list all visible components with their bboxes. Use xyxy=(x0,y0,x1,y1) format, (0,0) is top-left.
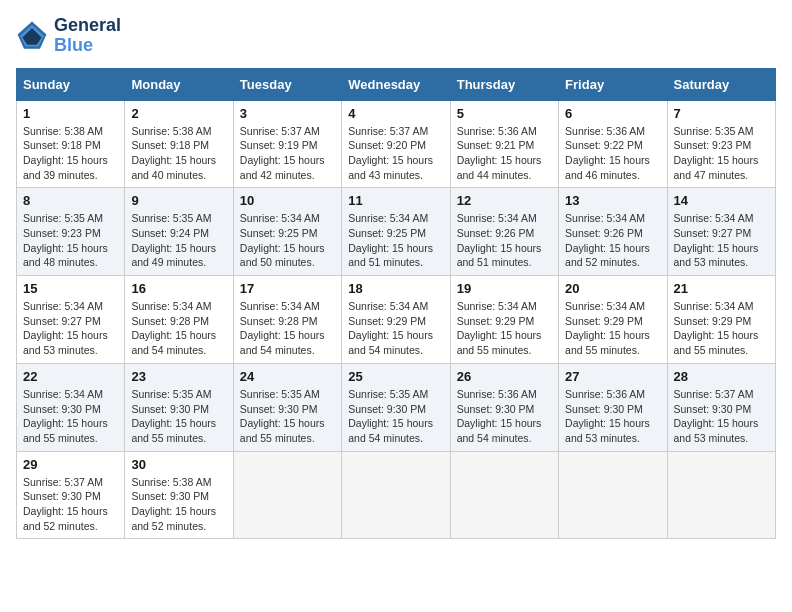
daylight-text: Daylight: 15 hours and 42 minutes. xyxy=(240,154,325,181)
day-number: 3 xyxy=(240,106,335,121)
day-info: Sunrise: 5:34 AM Sunset: 9:29 PM Dayligh… xyxy=(674,299,769,358)
sunset-text: Sunset: 9:22 PM xyxy=(565,139,643,151)
day-number: 9 xyxy=(131,193,226,208)
sunset-text: Sunset: 9:30 PM xyxy=(23,490,101,502)
day-info: Sunrise: 5:36 AM Sunset: 9:30 PM Dayligh… xyxy=(565,387,660,446)
sunrise-text: Sunrise: 5:34 AM xyxy=(131,300,211,312)
day-info: Sunrise: 5:35 AM Sunset: 9:30 PM Dayligh… xyxy=(348,387,443,446)
sunset-text: Sunset: 9:25 PM xyxy=(240,227,318,239)
daylight-text: Daylight: 15 hours and 50 minutes. xyxy=(240,242,325,269)
day-info: Sunrise: 5:34 AM Sunset: 9:28 PM Dayligh… xyxy=(131,299,226,358)
day-number: 26 xyxy=(457,369,552,384)
sunset-text: Sunset: 9:28 PM xyxy=(131,315,209,327)
day-number: 1 xyxy=(23,106,118,121)
day-info: Sunrise: 5:38 AM Sunset: 9:30 PM Dayligh… xyxy=(131,475,226,534)
day-number: 21 xyxy=(674,281,769,296)
calendar-day-cell: 19 Sunrise: 5:34 AM Sunset: 9:29 PM Dayl… xyxy=(450,276,558,364)
calendar-day-cell: 2 Sunrise: 5:38 AM Sunset: 9:18 PM Dayli… xyxy=(125,100,233,188)
daylight-text: Daylight: 15 hours and 53 minutes. xyxy=(674,417,759,444)
calendar-week-row: 22 Sunrise: 5:34 AM Sunset: 9:30 PM Dayl… xyxy=(17,363,776,451)
daylight-text: Daylight: 15 hours and 43 minutes. xyxy=(348,154,433,181)
sunrise-text: Sunrise: 5:36 AM xyxy=(457,125,537,137)
calendar-day-cell xyxy=(667,451,775,539)
daylight-text: Daylight: 15 hours and 55 minutes. xyxy=(674,329,759,356)
sunset-text: Sunset: 9:20 PM xyxy=(348,139,426,151)
sunset-text: Sunset: 9:23 PM xyxy=(23,227,101,239)
calendar-day-cell: 3 Sunrise: 5:37 AM Sunset: 9:19 PM Dayli… xyxy=(233,100,341,188)
day-number: 15 xyxy=(23,281,118,296)
day-info: Sunrise: 5:34 AM Sunset: 9:29 PM Dayligh… xyxy=(457,299,552,358)
day-info: Sunrise: 5:34 AM Sunset: 9:27 PM Dayligh… xyxy=(23,299,118,358)
sunrise-text: Sunrise: 5:36 AM xyxy=(565,388,645,400)
daylight-text: Daylight: 15 hours and 55 minutes. xyxy=(131,417,216,444)
sunset-text: Sunset: 9:23 PM xyxy=(674,139,752,151)
calendar-day-cell: 29 Sunrise: 5:37 AM Sunset: 9:30 PM Dayl… xyxy=(17,451,125,539)
daylight-text: Daylight: 15 hours and 52 minutes. xyxy=(565,242,650,269)
sunset-text: Sunset: 9:27 PM xyxy=(674,227,752,239)
calendar-day-cell: 8 Sunrise: 5:35 AM Sunset: 9:23 PM Dayli… xyxy=(17,188,125,276)
calendar-week-row: 29 Sunrise: 5:37 AM Sunset: 9:30 PM Dayl… xyxy=(17,451,776,539)
sunrise-text: Sunrise: 5:34 AM xyxy=(457,212,537,224)
sunset-text: Sunset: 9:26 PM xyxy=(565,227,643,239)
sunrise-text: Sunrise: 5:38 AM xyxy=(131,125,211,137)
day-info: Sunrise: 5:36 AM Sunset: 9:21 PM Dayligh… xyxy=(457,124,552,183)
day-number: 20 xyxy=(565,281,660,296)
sunrise-text: Sunrise: 5:34 AM xyxy=(23,388,103,400)
calendar-week-row: 8 Sunrise: 5:35 AM Sunset: 9:23 PM Dayli… xyxy=(17,188,776,276)
calendar-day-cell: 20 Sunrise: 5:34 AM Sunset: 9:29 PM Dayl… xyxy=(559,276,667,364)
calendar-day-cell: 21 Sunrise: 5:34 AM Sunset: 9:29 PM Dayl… xyxy=(667,276,775,364)
sunrise-text: Sunrise: 5:34 AM xyxy=(240,300,320,312)
sunrise-text: Sunrise: 5:34 AM xyxy=(23,300,103,312)
sunrise-text: Sunrise: 5:37 AM xyxy=(240,125,320,137)
day-number: 14 xyxy=(674,193,769,208)
sunrise-text: Sunrise: 5:34 AM xyxy=(240,212,320,224)
day-number: 30 xyxy=(131,457,226,472)
daylight-text: Daylight: 15 hours and 55 minutes. xyxy=(565,329,650,356)
day-number: 22 xyxy=(23,369,118,384)
calendar-day-cell: 18 Sunrise: 5:34 AM Sunset: 9:29 PM Dayl… xyxy=(342,276,450,364)
daylight-text: Daylight: 15 hours and 52 minutes. xyxy=(23,505,108,532)
logo-text: General Blue xyxy=(54,16,121,56)
daylight-text: Daylight: 15 hours and 44 minutes. xyxy=(457,154,542,181)
day-number: 17 xyxy=(240,281,335,296)
sunset-text: Sunset: 9:18 PM xyxy=(131,139,209,151)
sunrise-text: Sunrise: 5:34 AM xyxy=(348,212,428,224)
day-number: 29 xyxy=(23,457,118,472)
day-number: 13 xyxy=(565,193,660,208)
day-info: Sunrise: 5:38 AM Sunset: 9:18 PM Dayligh… xyxy=(131,124,226,183)
day-number: 10 xyxy=(240,193,335,208)
sunset-text: Sunset: 9:25 PM xyxy=(348,227,426,239)
sunset-text: Sunset: 9:26 PM xyxy=(457,227,535,239)
day-info: Sunrise: 5:36 AM Sunset: 9:22 PM Dayligh… xyxy=(565,124,660,183)
calendar-day-cell: 13 Sunrise: 5:34 AM Sunset: 9:26 PM Dayl… xyxy=(559,188,667,276)
sunrise-text: Sunrise: 5:35 AM xyxy=(348,388,428,400)
sunrise-text: Sunrise: 5:34 AM xyxy=(457,300,537,312)
calendar-day-cell: 23 Sunrise: 5:35 AM Sunset: 9:30 PM Dayl… xyxy=(125,363,233,451)
daylight-text: Daylight: 15 hours and 52 minutes. xyxy=(131,505,216,532)
sunrise-text: Sunrise: 5:34 AM xyxy=(348,300,428,312)
day-number: 24 xyxy=(240,369,335,384)
day-info: Sunrise: 5:37 AM Sunset: 9:30 PM Dayligh… xyxy=(674,387,769,446)
sunset-text: Sunset: 9:29 PM xyxy=(457,315,535,327)
daylight-text: Daylight: 15 hours and 39 minutes. xyxy=(23,154,108,181)
sunset-text: Sunset: 9:28 PM xyxy=(240,315,318,327)
daylight-text: Daylight: 15 hours and 47 minutes. xyxy=(674,154,759,181)
calendar-day-cell: 17 Sunrise: 5:34 AM Sunset: 9:28 PM Dayl… xyxy=(233,276,341,364)
calendar-day-cell: 9 Sunrise: 5:35 AM Sunset: 9:24 PM Dayli… xyxy=(125,188,233,276)
calendar-day-cell: 5 Sunrise: 5:36 AM Sunset: 9:21 PM Dayli… xyxy=(450,100,558,188)
day-info: Sunrise: 5:38 AM Sunset: 9:18 PM Dayligh… xyxy=(23,124,118,183)
day-number: 18 xyxy=(348,281,443,296)
sunset-text: Sunset: 9:30 PM xyxy=(240,403,318,415)
day-number: 19 xyxy=(457,281,552,296)
day-number: 7 xyxy=(674,106,769,121)
sunrise-text: Sunrise: 5:38 AM xyxy=(131,476,211,488)
day-info: Sunrise: 5:37 AM Sunset: 9:30 PM Dayligh… xyxy=(23,475,118,534)
daylight-text: Daylight: 15 hours and 54 minutes. xyxy=(131,329,216,356)
sunrise-text: Sunrise: 5:36 AM xyxy=(565,125,645,137)
weekday-header: Friday xyxy=(559,68,667,100)
calendar-table: SundayMondayTuesdayWednesdayThursdayFrid… xyxy=(16,68,776,540)
sunset-text: Sunset: 9:29 PM xyxy=(674,315,752,327)
sunrise-text: Sunrise: 5:34 AM xyxy=(674,212,754,224)
day-number: 6 xyxy=(565,106,660,121)
calendar-day-cell: 15 Sunrise: 5:34 AM Sunset: 9:27 PM Dayl… xyxy=(17,276,125,364)
